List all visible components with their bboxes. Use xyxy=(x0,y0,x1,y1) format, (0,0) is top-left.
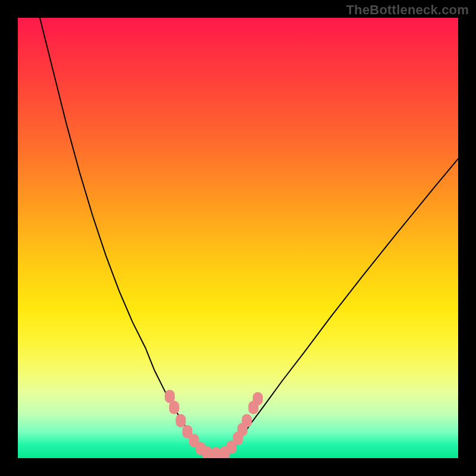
marker-markers-right xyxy=(253,392,263,405)
curve-layer xyxy=(18,18,458,458)
marker-markers-left xyxy=(169,401,179,414)
chart-frame: TheBottleneck.com xyxy=(0,0,476,476)
watermark-text: TheBottleneck.com xyxy=(346,2,469,18)
marker-markers-bottom xyxy=(211,447,221,459)
plot-area xyxy=(18,18,458,458)
marker-dots xyxy=(165,390,263,458)
marker-markers-right xyxy=(242,414,252,427)
marker-markers-bottom xyxy=(202,446,212,458)
marker-markers-left xyxy=(176,414,186,427)
curve-paths xyxy=(40,18,458,454)
curve-right-curve xyxy=(229,159,458,454)
curve-left-curve xyxy=(40,18,203,454)
